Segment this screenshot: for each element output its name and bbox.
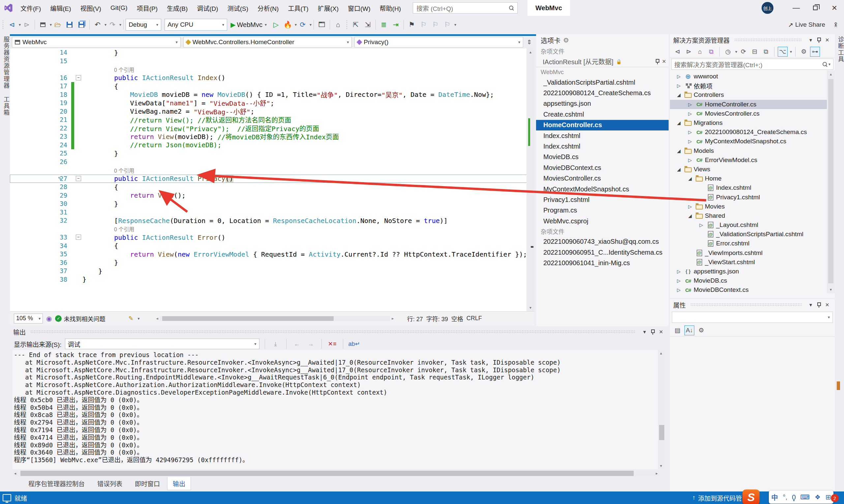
tree-item[interactable]: ▷C#MyContextModelSnapshot.cs: [670, 137, 835, 146]
menu-item-1[interactable]: 文件(F): [16, 0, 46, 16]
expander-icon[interactable]: ▷: [674, 83, 683, 88]
sync-namespace-icon[interactable]: ⌂: [332, 19, 344, 31]
code-editor[interactable]: 14 }150 个引用16− public IActionResult Inde…: [10, 49, 534, 311]
restore-button[interactable]: [806, 0, 825, 16]
indent-increase-icon[interactable]: ⇥: [390, 19, 401, 31]
expander-icon[interactable]: ◢: [686, 213, 694, 218]
tool-tab-错误列表[interactable]: 错误列表: [92, 477, 127, 490]
open-document-item[interactable]: Index.cshtml: [536, 130, 669, 141]
scroll-down-icon[interactable]: ▾: [660, 464, 662, 468]
codelens-row[interactable]: 0 个引用: [10, 65, 534, 74]
open-document-item[interactable]: appsettings.json: [536, 98, 669, 109]
open-document-item[interactable]: Index.cshtml: [536, 141, 669, 151]
type-dropdown[interactable]: WebMvc.Controllers.HomeController▾: [183, 37, 352, 48]
minimize-button[interactable]: —: [787, 0, 806, 16]
menu-item-8[interactable]: 测试(S): [223, 0, 253, 16]
tree-item[interactable]: ▷⊕wwwroot: [670, 72, 835, 81]
codelens-row[interactable]: 0 个引用: [10, 166, 534, 175]
expander-icon[interactable]: ▷: [686, 102, 694, 107]
expander-icon[interactable]: ◢: [674, 148, 683, 154]
code-line[interactable]: 22 //return View("Privacy"); //返回指定Priva…: [10, 124, 534, 133]
tool-tab-程序包管理器控制台[interactable]: 程序包管理器控制台: [23, 477, 90, 490]
menu-item-4[interactable]: Git(G): [106, 0, 132, 16]
hot-reload-icon[interactable]: 🔥: [282, 19, 293, 31]
scroll-left-icon[interactable]: ◂: [14, 471, 16, 476]
code-line[interactable]: 38}: [10, 275, 534, 284]
code-line[interactable]: 29 return View();: [10, 192, 534, 200]
scroll-right-icon[interactable]: ▸: [656, 471, 658, 476]
output-horizontal-scrollbar[interactable]: ◂ ▸: [13, 470, 659, 476]
account-avatar[interactable]: 创上: [762, 2, 773, 14]
tree-item[interactable]: ◢Models: [670, 146, 835, 156]
caret-char-indicator[interactable]: 字符: 39: [426, 314, 448, 323]
code-line[interactable]: 30 }: [10, 200, 534, 208]
output-source-dropdown[interactable]: 调试▾: [65, 339, 259, 349]
intellisense-icon[interactable]: ◉: [46, 314, 52, 323]
tree-item[interactable]: ▷C#ErrorViewModel.cs: [670, 156, 835, 165]
restart-app-icon[interactable]: ⟳: [297, 19, 308, 31]
find-in-files-icon[interactable]: 🗔: [316, 19, 327, 31]
codelens-references[interactable]: 0 个引用: [114, 225, 134, 233]
eol-indicator[interactable]: CRLF: [466, 315, 482, 322]
close-panel-icon[interactable]: ×: [823, 301, 831, 309]
tree-item[interactable]: ◢Views: [670, 165, 835, 174]
code-line[interactable]: 15: [10, 57, 534, 66]
word-wrap-icon[interactable]: ab↵: [348, 339, 360, 349]
code-line[interactable]: 17 {: [10, 82, 534, 91]
quick-search-box[interactable]: 搜索 (Ctrl+Q): [413, 2, 518, 14]
save-all-icon[interactable]: [76, 19, 87, 31]
keyboard-icon[interactable]: ⌨: [800, 493, 810, 501]
code-line[interactable]: 16− public IActionResult Index(): [10, 74, 534, 82]
fold-collapse-icon[interactable]: −: [76, 75, 81, 80]
close-panel-icon[interactable]: ×: [823, 36, 831, 44]
open-document-item[interactable]: 20221009080124_CreateSchema.cs: [536, 88, 669, 98]
code-line[interactable]: 20 ViewBag.name2 = "ViewBag--小舒";: [10, 107, 534, 116]
zoom-dropdown[interactable]: 105 %▾: [14, 313, 43, 323]
properties-object-dropdown[interactable]: ▾: [672, 312, 833, 323]
categorized-icon[interactable]: ▤: [673, 325, 683, 335]
ime-toolbar[interactable]: 中 °, ⌨ ❖ ⊞: [769, 490, 833, 504]
tool-tab-即时窗口[interactable]: 即时窗口: [130, 477, 165, 490]
open-document-item[interactable]: MovieDB.cs: [536, 152, 669, 162]
peek-definition-icon[interactable]: ⇲: [362, 19, 373, 31]
bookmark-prev-icon[interactable]: ⚐: [418, 19, 429, 31]
pin-icon[interactable]: [651, 329, 655, 335]
tree-item[interactable]: @Privacy1.cshtml: [670, 192, 835, 202]
menu-item-10[interactable]: 工具(T): [283, 0, 313, 16]
ime-toolbox-icon[interactable]: ⊞: [826, 493, 831, 501]
tree-item[interactable]: @_ValidationScriptsPartial.cshtml: [670, 230, 835, 239]
sync-with-active-document-icon[interactable]: ⌥: [778, 47, 788, 57]
redo-icon[interactable]: ↷: [107, 19, 118, 31]
tree-item[interactable]: ▷C#20221009080124_CreateSchema.cs: [670, 127, 835, 137]
microphone-icon[interactable]: [792, 495, 795, 500]
tree-item[interactable]: ◢Controllers: [670, 90, 835, 100]
screen-share-icon[interactable]: [3, 494, 11, 501]
tree-item[interactable]: @Index.cshtml: [670, 183, 835, 192]
preview-selected-icon[interactable]: ⧉: [761, 47, 771, 57]
scroll-up-icon[interactable]: ▴: [660, 351, 662, 356]
code-line[interactable]: 14 }: [10, 49, 534, 57]
caret-line-indicator[interactable]: 行: 27: [407, 314, 423, 323]
tree-item[interactable]: ▷C#HomeController.cs: [670, 100, 835, 109]
open-document-item[interactable]: _ValidationScriptsPartial.cshtml: [536, 77, 669, 88]
tree-item[interactable]: ▷@_Layout.cshtml: [670, 220, 835, 230]
open-file-icon[interactable]: 🗁: [52, 19, 63, 31]
start-debugging-button[interactable]: ▶ WebMvc ▾: [230, 21, 267, 29]
expander-icon[interactable]: ◢: [674, 167, 683, 172]
scroll-down-icon[interactable]: ▾: [527, 304, 534, 311]
tree-item[interactable]: ▷C#MovieDBContext.cs: [670, 285, 835, 293]
window-position-icon[interactable]: ▾: [806, 302, 815, 308]
alphabetical-sort-icon[interactable]: A↓: [685, 325, 694, 335]
start-without-debugging-icon[interactable]: ▷: [270, 19, 281, 31]
tool-tab-输出[interactable]: 输出: [167, 477, 191, 490]
open-document-item[interactable]: 20221009060951_C...IdentitySchema.cs: [536, 247, 669, 257]
editor-vertical-scrollbar[interactable]: ▴ ▾: [527, 49, 534, 311]
menu-item-9[interactable]: 分析(N): [253, 0, 283, 16]
code-line[interactable]: 21 //return View(); //默认返回和方法名同名的页面: [10, 115, 534, 124]
clear-all-icon[interactable]: ✕≡: [327, 339, 338, 349]
window-position-icon[interactable]: ▾: [806, 37, 815, 43]
expander-icon[interactable]: ▷: [674, 278, 683, 283]
project-dropdown[interactable]: WebMvc▾: [12, 37, 181, 48]
solution-search-input[interactable]: 搜索解决方案资源管理器(Ctrl+;) ▾: [671, 59, 833, 70]
refresh-icon[interactable]: ⟳: [739, 47, 748, 57]
